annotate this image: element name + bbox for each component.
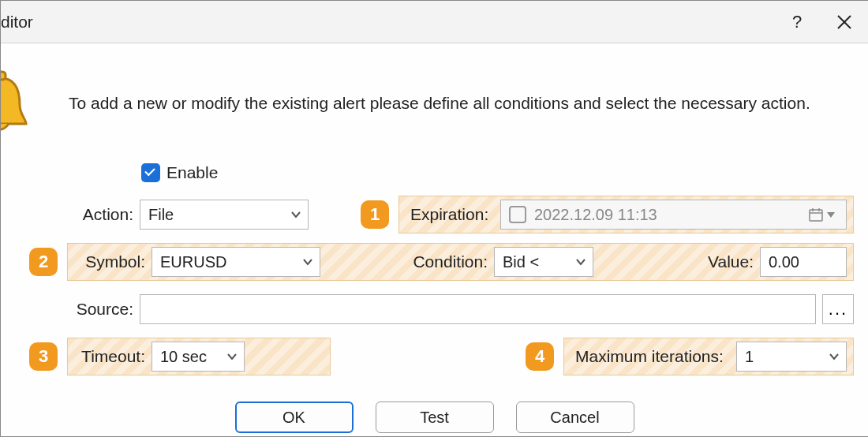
browse-label: ... [829, 299, 847, 319]
value-input[interactable]: 0.00 [760, 247, 847, 277]
calendar-icon [808, 207, 824, 222]
chevron-down-icon [290, 209, 301, 220]
timeout-value: 10 sec [160, 348, 207, 366]
enable-row: Enable [1, 163, 868, 193]
symbol-label: Symbol: [74, 252, 152, 271]
chevron-down-icon [575, 256, 586, 267]
maxiter-label: Maximum iterations: [571, 347, 736, 366]
enable-label: Enable [166, 163, 218, 182]
svg-rect-3 [810, 210, 822, 221]
row-action-expiration: Action: File 1 Expiration: 2022.12.09 11… [15, 193, 854, 236]
condition-select[interactable]: Bid < [494, 247, 593, 277]
ok-label: OK [282, 409, 305, 427]
source-input[interactable] [140, 294, 816, 324]
enable-checkbox[interactable] [141, 163, 160, 182]
source-label: Source: [64, 300, 140, 319]
cancel-button[interactable]: Cancel [516, 402, 634, 433]
help-button[interactable]: ? [773, 1, 821, 43]
callout-3: 3 [29, 342, 58, 371]
calendar-button[interactable] [808, 207, 840, 222]
test-button[interactable]: Test [376, 402, 494, 433]
symbol-value: EURUSD [160, 253, 226, 271]
callout-2: 2 [29, 248, 58, 276]
symbol-select[interactable]: EURUSD [152, 247, 320, 277]
value-label: Value: [593, 252, 760, 271]
condition-value: Bid < [503, 253, 539, 271]
action-value: File [148, 206, 174, 224]
chevron-down-icon [829, 351, 840, 362]
timeout-select[interactable]: 10 sec [152, 342, 245, 372]
instruction-text: To add a new or modify the existing aler… [37, 94, 810, 113]
value-value: 0.00 [769, 253, 799, 271]
expiration-value: 2022.12.09 11:13 [534, 206, 657, 224]
condition-label: Condition: [320, 252, 494, 271]
test-label: Test [420, 409, 449, 427]
button-row: OK Test Cancel [1, 402, 868, 433]
callout-1: 1 [361, 200, 389, 229]
ok-button[interactable]: OK [235, 402, 354, 433]
close-icon [837, 15, 851, 29]
close-button[interactable] [821, 1, 868, 43]
maxiter-select[interactable]: 1 [736, 342, 847, 372]
expiration-checkbox[interactable] [509, 206, 526, 223]
browse-button[interactable]: ... [822, 294, 854, 324]
bell-icon [1, 58, 28, 149]
maxiter-value: 1 [745, 348, 754, 366]
cancel-label: Cancel [550, 409, 599, 427]
header: To add a new or modify the existing aler… [1, 43, 868, 163]
row-symbol: 2 Symbol: EURUSD Condition: Bid < Value:… [15, 241, 854, 283]
action-label: Action: [64, 205, 140, 224]
action-select[interactable]: File [140, 200, 309, 230]
chevron-down-icon [226, 351, 238, 362]
expiration-label: Expiration: [406, 205, 500, 224]
row-timeout-maxiter: 3 Timeout: 10 sec 4 Maximum iterations: … [15, 335, 854, 378]
chevron-down-icon [302, 256, 313, 267]
window-title: ditor [1, 13, 33, 32]
titlebar: ditor ? [1, 1, 868, 43]
row-source: Source: ... [15, 288, 854, 331]
svg-rect-2 [0, 72, 6, 80]
expiration-field[interactable]: 2022.12.09 11:13 [500, 200, 847, 230]
timeout-label: Timeout: [74, 347, 152, 366]
form-area: Action: File 1 Expiration: 2022.12.09 11… [15, 193, 854, 378]
callout-4: 4 [526, 342, 554, 371]
